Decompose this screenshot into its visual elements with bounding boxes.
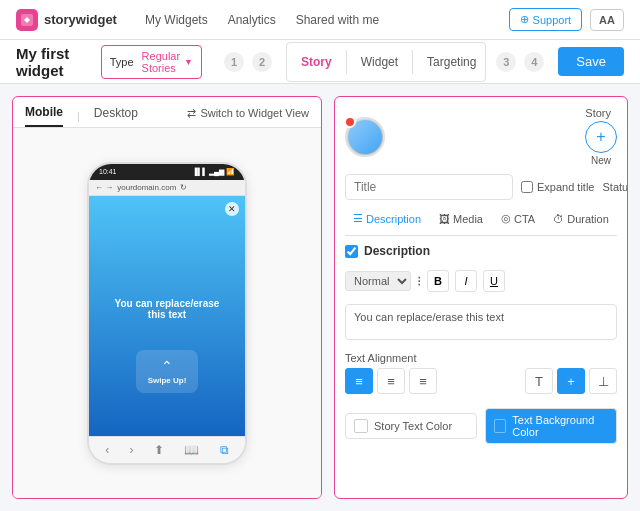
left-panel: Mobile | Desktop ⇄ Switch to Widget View… xyxy=(12,96,322,499)
tab-desktop[interactable]: Desktop xyxy=(94,106,138,126)
nav-shared[interactable]: Shared with me xyxy=(296,13,379,27)
phone-story-content: ✕ You can replace/erase this text ⌃ Swip… xyxy=(89,196,245,436)
story-label: Story xyxy=(585,107,611,119)
title-input[interactable] xyxy=(345,174,513,200)
swipe-icon: ⌃ xyxy=(161,358,173,374)
support-icon: ⊕ xyxy=(520,13,529,26)
tab-widget[interactable]: Widget xyxy=(347,50,413,74)
tab-targeting[interactable]: Targeting xyxy=(413,50,486,74)
phone-tabs-icon[interactable]: ⧉ xyxy=(220,443,229,457)
title-row: Expand title Status ✓ xyxy=(345,174,617,200)
add-text-button[interactable]: + xyxy=(557,368,585,394)
step-3-badge: 3 xyxy=(496,52,516,72)
phone-status-bar: 10:41 ▐▌▌ ▂▄▆ 📶 xyxy=(89,164,245,180)
sub-tab-cta[interactable]: ◎ CTA xyxy=(493,208,543,229)
tab-story[interactable]: Story xyxy=(287,50,347,74)
color-row: Story Text Color Text Background Color xyxy=(345,408,617,444)
underline-button[interactable]: U xyxy=(483,270,505,292)
expand-title-row: Expand title xyxy=(521,181,594,193)
media-icon: 🖼 xyxy=(439,213,450,225)
switch-widget-btn[interactable]: ⇄ Switch to Widget View xyxy=(187,107,309,126)
text-bg-color-picker[interactable]: Text Background Color xyxy=(485,408,617,444)
description-checkbox[interactable] xyxy=(345,245,358,258)
dots-separator-icon: ⁝ xyxy=(417,273,421,289)
save-button[interactable]: Save xyxy=(558,47,624,76)
chevron-down-icon: ▼ xyxy=(184,57,193,67)
phone-story-text: You can replace/erase this text xyxy=(105,298,229,320)
toolbar-right: Save xyxy=(558,47,624,76)
align-right-button[interactable]: ≡ xyxy=(409,368,437,394)
logo-icon xyxy=(16,9,38,31)
switch-label: Switch to Widget View xyxy=(200,107,309,119)
story-thumbnail xyxy=(345,117,385,157)
sub-tab-media-label: Media xyxy=(453,213,483,225)
header: storywidget My Widgets Analytics Shared … xyxy=(0,0,640,40)
align-special-buttons: T + ⊥ xyxy=(525,368,617,394)
type-label: Type xyxy=(110,56,134,68)
alignment-row: ≡ ≡ ≡ T + ⊥ xyxy=(345,368,617,394)
story-text-color-picker[interactable]: Story Text Color xyxy=(345,413,477,439)
support-button[interactable]: ⊕ Support xyxy=(509,8,583,31)
format-select[interactable]: Normal xyxy=(345,271,411,291)
align-left-button[interactable]: ≡ xyxy=(345,368,373,394)
text-bg-color-label: Text Background Color xyxy=(512,414,608,438)
bg-color-swatch xyxy=(494,419,506,433)
tab-mobile[interactable]: Mobile xyxy=(25,105,63,127)
tab-divider: | xyxy=(77,110,80,122)
text-underline-button[interactable]: ⊥ xyxy=(589,368,617,394)
duration-icon: ⏱ xyxy=(553,213,564,225)
phone-back-icon[interactable]: ‹ xyxy=(105,443,109,457)
schedule-icon: 📅 xyxy=(627,212,628,225)
right-top-row: Story + New xyxy=(345,107,617,166)
tab-group: Story Widget Targeting Google Analytics xyxy=(286,42,486,82)
status-row: Status ✓ xyxy=(602,177,628,197)
new-label: New xyxy=(591,155,611,166)
phone-domain: yourdomain.com xyxy=(117,183,176,192)
italic-button[interactable]: I xyxy=(455,270,477,292)
step-4-badge: 4 xyxy=(524,52,544,72)
text-size-button[interactable]: T xyxy=(525,368,553,394)
phone-preview: 10:41 ▐▌▌ ▂▄▆ 📶 ← → yourdomain.com ↻ ✕ Y… xyxy=(13,128,321,498)
right-top-right: Story + New xyxy=(585,107,617,166)
logo: storywidget xyxy=(16,9,117,31)
nav-analytics[interactable]: Analytics xyxy=(228,13,276,27)
sub-tab-media[interactable]: 🖼 Media xyxy=(431,209,491,229)
support-label: Support xyxy=(533,14,572,26)
align-center-button[interactable]: ≡ xyxy=(377,368,405,394)
switch-icon: ⇄ xyxy=(187,107,196,120)
sub-tab-description[interactable]: ☰ Description xyxy=(345,208,429,229)
logo-text: storywidget xyxy=(44,12,117,27)
story-text-color-label: Story Text Color xyxy=(374,420,452,432)
text-color-swatch xyxy=(354,419,368,433)
swipe-up-area: ⌃ Swipe Up! xyxy=(136,350,199,393)
alignment-section: Text Alignment ≡ ≡ ≡ T + ⊥ xyxy=(345,352,617,394)
description-check-row: Description xyxy=(345,244,617,258)
sub-tab-cta-label: CTA xyxy=(514,213,535,225)
sub-tab-schedule[interactable]: 📅 Schedule xyxy=(619,208,628,229)
editor-text-area[interactable]: You can replace/erase this text xyxy=(345,304,617,340)
step-2-badge: 2 xyxy=(252,52,272,72)
header-right: ⊕ Support AA xyxy=(509,8,624,31)
toolbar: My first widget Type Regular Stories ▼ 1… xyxy=(0,40,640,84)
phone-nav-bar: ‹ › ⬆ 📖 ⧉ xyxy=(89,436,245,463)
type-select[interactable]: Type Regular Stories ▼ xyxy=(101,45,202,79)
aa-button[interactable]: AA xyxy=(590,9,624,31)
swipe-label: Swipe Up! xyxy=(148,376,187,385)
expand-title-label: Expand title xyxy=(537,181,594,193)
phone-forward-icon[interactable]: › xyxy=(130,443,134,457)
expand-title-checkbox[interactable] xyxy=(521,181,533,193)
add-new-button[interactable]: + xyxy=(585,121,617,153)
sub-tab-duration[interactable]: ⏱ Duration xyxy=(545,209,617,229)
phone-close-btn[interactable]: ✕ xyxy=(225,202,239,216)
phone-share-icon[interactable]: ⬆ xyxy=(154,443,164,457)
description-icon: ☰ xyxy=(353,212,363,225)
format-row: Normal ⁝ B I U xyxy=(345,270,617,292)
story-delete-badge xyxy=(344,116,356,128)
bold-button[interactable]: B xyxy=(427,270,449,292)
text-alignment-label: Text Alignment xyxy=(345,352,617,364)
right-panel: Story + New Expand title Status ✓ ☰ Desc… xyxy=(334,96,628,499)
phone-book-icon[interactable]: 📖 xyxy=(184,443,199,457)
sub-tab-duration-label: Duration xyxy=(567,213,609,225)
nav-my-widgets[interactable]: My Widgets xyxy=(145,13,208,27)
status-label: Status xyxy=(602,181,628,193)
